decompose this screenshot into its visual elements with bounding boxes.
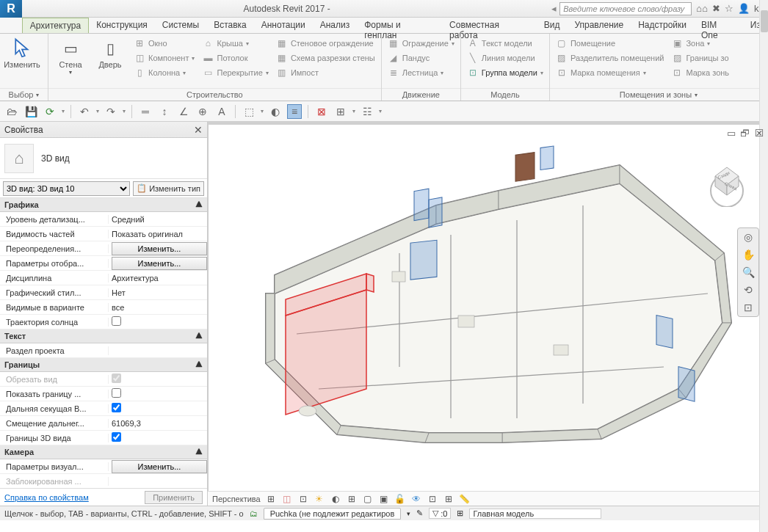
floor-button[interactable]: ▭Перекрытие▾ <box>200 66 269 79</box>
search-input[interactable]: Введите ключевое слово/фразу <box>559 2 692 15</box>
tab-addins[interactable]: Надстройки <box>631 18 694 33</box>
save-icon[interactable]: 💾 <box>23 104 38 119</box>
favorite-icon[interactable]: ☆ <box>725 3 733 14</box>
prop-value[interactable]: Изменить... <box>109 242 207 255</box>
tab-insert[interactable]: Вставка <box>206 18 254 33</box>
vertical-scrollbar[interactable] <box>759 0 768 532</box>
tab-structure[interactable]: Конструкция <box>89 18 155 33</box>
room-button[interactable]: ▢Помещение <box>554 37 666 50</box>
tab-analyze[interactable]: Анализ <box>313 18 358 33</box>
modelgroup-button[interactable]: ⊡Группа модели▾ <box>465 66 545 79</box>
modify-button[interactable]: Изменить <box>3 35 41 72</box>
hide-icon[interactable]: 👁 <box>410 493 422 505</box>
window-button[interactable]: ⊞Окно <box>132 37 196 50</box>
ramp-button[interactable]: ◢Пандус <box>386 51 456 65</box>
scale-icon[interactable]: ⊞ <box>265 493 277 505</box>
tab-massing[interactable]: Формы и генплан <box>357 18 442 33</box>
tab-annotate[interactable]: Аннотации <box>254 18 313 33</box>
pan-icon[interactable]: ✋ <box>742 249 755 260</box>
prop-group-header[interactable]: Камера⯅ <box>0 445 207 459</box>
wtshare-icon[interactable]: ⊞ <box>443 493 454 505</box>
chevron-left-icon[interactable]: ◂ <box>551 3 557 14</box>
area-button[interactable]: ▣Зона▾ <box>670 37 731 50</box>
shadow-icon[interactable]: ◐ <box>330 493 341 505</box>
prop-value[interactable] <box>109 374 207 385</box>
prop-checkbox[interactable] <box>112 432 121 442</box>
stair-button[interactable]: ≣Лестница▾ <box>386 66 456 79</box>
areatag-button[interactable]: ⊡Марка зонь <box>670 66 731 79</box>
detail-icon[interactable]: ◫ <box>281 493 293 505</box>
tab-architecture[interactable]: Архитектура <box>22 18 90 33</box>
tab-bimone[interactable]: BIM One <box>694 18 743 33</box>
angle-icon[interactable]: ∠ <box>176 104 191 119</box>
view-select[interactable]: 3D вид: 3D вид 10 <box>3 181 130 196</box>
measure-icon[interactable]: ═ <box>138 104 153 119</box>
type-selector[interactable]: ⌂ 3D вид <box>0 138 207 179</box>
doc-tab[interactable]: Puchka (не подлежит редактиров <box>264 508 402 520</box>
prop-value[interactable]: Изменить... <box>109 460 207 473</box>
exchange-icon[interactable]: ✖ <box>712 3 720 14</box>
switch-window-icon[interactable]: ⊞ <box>333 104 348 119</box>
prop-value[interactable]: все <box>109 303 207 312</box>
prop-group-header[interactable]: Границы⯅ <box>0 358 207 372</box>
constraint-icon[interactable]: 📏 <box>459 493 471 505</box>
component-button[interactable]: ◫Компонент▾ <box>132 51 196 65</box>
mullion-button[interactable]: ▥Импост <box>275 66 377 79</box>
render-icon[interactable]: ⊞ <box>346 493 358 505</box>
prop-edit-button[interactable]: Изменить... <box>112 257 207 270</box>
wheel-icon[interactable]: ◎ <box>744 231 753 243</box>
prop-value[interactable] <box>109 432 207 443</box>
prop-checkbox[interactable] <box>112 388 121 398</box>
prop-value[interactable]: Изменить... <box>109 257 207 270</box>
sun-icon[interactable]: ☀ <box>314 493 325 505</box>
prop-value[interactable]: Нет <box>109 288 207 297</box>
prop-value[interactable] <box>109 316 207 327</box>
minimize-icon[interactable]: ▭ <box>727 128 736 139</box>
wall-button[interactable]: ▭ Стена▾ <box>51 35 90 79</box>
prop-checkbox[interactable] <box>112 316 121 326</box>
tab-collaborate[interactable]: Совместная работа <box>442 18 537 33</box>
ws-icon[interactable]: 🗂 <box>250 509 258 518</box>
text-icon[interactable]: A <box>214 104 229 119</box>
roof-button[interactable]: ⌂Крыша▾ <box>200 37 269 50</box>
workset-field[interactable]: Главная модель <box>469 509 601 519</box>
3d-icon[interactable]: ⬚ <box>242 104 256 119</box>
areaboundary-button[interactable]: ▨Границы зо <box>670 51 731 65</box>
roomtag-button[interactable]: ⊡Марка помещения▾ <box>554 66 666 79</box>
editable-icon[interactable]: ✎ <box>416 509 423 518</box>
sync-icon[interactable]: ⟳ <box>43 104 57 119</box>
properties-help-link[interactable]: Справка по свойствам <box>4 493 89 502</box>
prop-value[interactable] <box>109 403 207 414</box>
apply-button[interactable]: Применить <box>145 491 203 504</box>
tab-view[interactable]: Вид <box>537 18 568 33</box>
prop-value[interactable] <box>109 388 207 399</box>
prop-edit-button[interactable]: Изменить... <box>112 460 207 473</box>
unlock-icon[interactable]: 🔓 <box>394 493 406 505</box>
undo-icon[interactable]: ↶ <box>77 104 92 119</box>
app-icon[interactable]: R <box>0 0 22 18</box>
crop-icon[interactable]: ▢ <box>362 493 374 505</box>
navigation-bar[interactable]: ◎ ✋ 🔍 ⟲ ⊡ <box>737 227 759 317</box>
close-hidden-icon[interactable]: ⊠ <box>314 104 329 119</box>
open-icon[interactable]: 🗁 <box>4 104 19 119</box>
prop-checkbox[interactable] <box>112 403 121 412</box>
section-icon[interactable]: ◐ <box>268 104 283 119</box>
reveal-icon[interactable]: ⊡ <box>427 493 438 505</box>
redo-icon[interactable]: ↷ <box>104 104 118 119</box>
workset-icon[interactable]: ⊞ <box>457 509 463 518</box>
cropshow-icon[interactable]: ▣ <box>378 493 390 505</box>
lookat-icon[interactable]: ⊡ <box>744 302 753 313</box>
curtainwall-button[interactable]: ▦Стеновое ограждение <box>275 37 377 50</box>
tab-systems[interactable]: Системы <box>155 18 206 33</box>
prop-value[interactable]: Показать оригинал <box>109 230 207 238</box>
zoom-icon[interactable]: 🔍 <box>742 266 755 278</box>
subscription-icon[interactable]: ⌂⌂ <box>696 3 708 14</box>
door-button[interactable]: ▯ Дверь <box>91 35 129 72</box>
viewport[interactable]: ▭ 🗗 🗵 Сзади Слева ◎ ✋ <box>208 122 768 491</box>
close-view-icon[interactable]: 🗵 <box>754 128 764 139</box>
align-icon[interactable]: ↕ <box>157 104 172 119</box>
orbit-icon[interactable]: ⟲ <box>744 284 753 296</box>
prop-value[interactable]: Средний <box>109 215 207 224</box>
prop-group-header[interactable]: Текст⯅ <box>0 329 207 343</box>
ceiling-button[interactable]: ▬Потолок <box>200 51 269 65</box>
